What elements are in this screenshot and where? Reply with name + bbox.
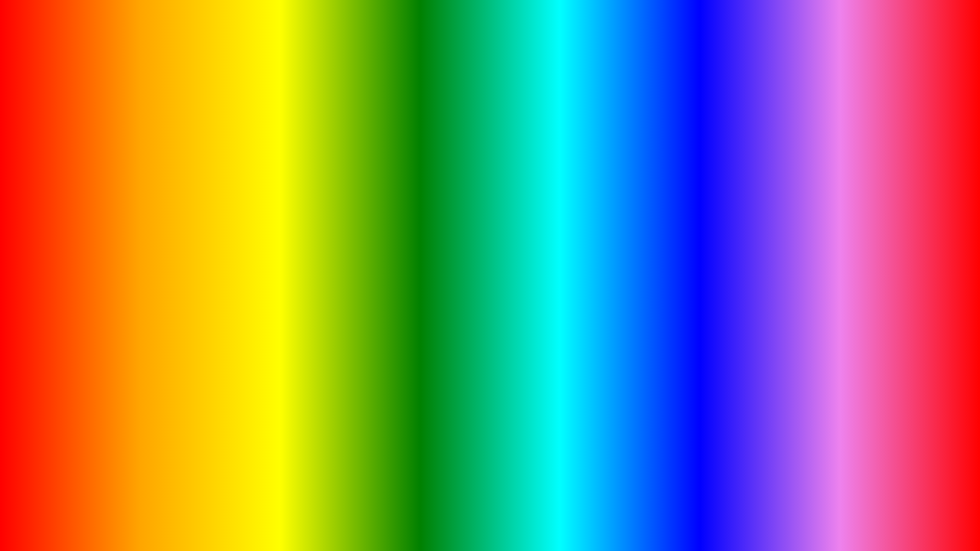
driving-panel-header: Driving Simulator [Bet - ✕ (137, 25, 247, 37)
shop-button[interactable]: 🛒 SHOP (921, 254, 971, 292)
char-freeze-local[interactable]: Freeze LocalPlayer (333, 39, 433, 51)
miles-value: 49.8 Mi (34, 445, 61, 455)
driving-only-wheels[interactable]: Only Wheels (140, 112, 243, 124)
driving-freeze-vehicle[interactable]: Freeze Vehicle (140, 99, 243, 112)
driving-downtown[interactable]: Downtown Race (140, 377, 243, 390)
driving-start-countdown[interactable]: startCountdown (140, 390, 243, 402)
autofarm-title: [NEW] Autofarm - (37, 28, 94, 35)
garage-close-btn[interactable]: ✕ (322, 27, 328, 35)
driving-rainbow-vehicle[interactable]: Rainbow Vehicle (140, 161, 243, 174)
shop-label: SHOP (937, 279, 955, 286)
driving-city-roundabout[interactable]: City Roundabout (140, 427, 243, 439)
driving-minimal-collision[interactable]: Minimal Collision (140, 149, 243, 161)
driving-best-settings[interactable]: Best Settings (140, 51, 243, 63)
driving-min-players[interactable]: minPlayers (140, 340, 243, 352)
autofarm-antiafk[interactable]: Anti-AFK (36, 75, 136, 87)
char-legs (446, 393, 489, 431)
driving-select-vehicle-row: (Select Vehicle) (140, 88, 243, 99)
driving-laps[interactable]: laps (140, 315, 243, 328)
driving-into-mountain[interactable]: IntoTheMountain (140, 439, 243, 452)
character (437, 294, 498, 432)
driving-select-vehicle[interactable]: (Select Vehicle) (142, 89, 203, 99)
garage-primary-num-input[interactable] (296, 64, 327, 73)
garage-icon: 🏠 (925, 219, 967, 237)
garage-primary-num-row: Primary (237, 63, 328, 74)
autofarm-autohold[interactable]: Auto-Hold W (36, 63, 136, 75)
driving-entering-car[interactable]: EnteringCar (140, 124, 243, 136)
new-badge-container: NEW (611, 11, 744, 75)
lighthouse-top (705, 335, 733, 349)
garage-button[interactable]: 🏠 GARAGE (921, 214, 971, 251)
driving-title: Driving Simulator [Bet (141, 28, 214, 35)
autofarm-panel: [NEW] Autofarm - ✕ -Autofarm- Basic Auto… (32, 24, 139, 90)
driving-cars-section: -cars- (140, 201, 243, 213)
garage-primary-num-label: Primary (238, 64, 263, 73)
spawn-icon: 🚗 (925, 178, 967, 197)
driving-northern-rally[interactable]: NorthernRally (140, 290, 243, 302)
driving-earnings[interactable]: earningsMultiplier (140, 415, 243, 427)
turningglobe-branding: TURNINGGLOBE (20, 505, 253, 537)
character-min-btn[interactable]: - (418, 27, 420, 35)
char-noclip[interactable]: Noclip [N] (333, 51, 433, 64)
garage-secondary-num-label: Secondary (238, 100, 273, 109)
driving-vehicle-speed[interactable]: Vehicle Speed Boost (140, 75, 243, 87)
driving-rainbow-speed[interactable]: Rainbow Speed 0 (140, 174, 243, 186)
char-jumppower[interactable]: JumpPower (333, 89, 433, 101)
char-reset-jumppower[interactable]: Reset JumpPower (333, 101, 433, 113)
garage-secondary-input[interactable] (238, 75, 327, 85)
garage-primary-input[interactable] (238, 40, 327, 50)
money-badge: $3,215 (9, 461, 86, 478)
driving-area51[interactable]: Area51QuarterMile (140, 352, 243, 364)
garage-secondary-label: Secondary Rainbow S-S (237, 86, 328, 98)
garage-title: Garage - (237, 28, 266, 35)
autofarm-close-btn[interactable]: ✕ (129, 27, 135, 35)
features-container: +INFINITE MONEY +INFINITE MILES +AUTO-FA… (709, 397, 922, 485)
lb-money-1: $408,876 (59, 17, 86, 24)
driving-price[interactable]: Price (140, 213, 243, 225)
music-button[interactable]: 🎵 (921, 295, 971, 325)
new-badge-text: NEW (611, 11, 744, 75)
driving-braking[interactable]: Braking (140, 250, 243, 262)
driving-placeholder: -(Place Holder)- (140, 39, 243, 51)
driving-around-world[interactable]: AroundTheWorld (140, 328, 243, 340)
driving-leaving-car[interactable]: LeavingCar (140, 136, 243, 148)
driving-boost-power[interactable]: Boost Power (140, 63, 243, 75)
driving-acceleration[interactable]: Acceleration (140, 238, 243, 250)
lb-name-1: pavel_krasavchi (8, 17, 55, 24)
driving-wall-of-death[interactable]: WallOfDeath (140, 402, 243, 414)
driving-handling[interactable]: Handling (140, 262, 243, 275)
driving-min-btn[interactable]: - (229, 27, 231, 35)
char-walkspeed[interactable]: WalkSpeed (333, 64, 433, 77)
char-head (451, 309, 485, 343)
leaderboard-header: TurningGlobe $3,215 49 (5, 5, 103, 15)
feature-1: +INFINITE MONEY (709, 397, 922, 426)
money-value: $3,215 (16, 465, 44, 475)
shop-icon: 🛒 (925, 259, 967, 278)
character-close-btn[interactable]: ✕ (426, 27, 432, 35)
garage-secondary-num-input[interactable] (296, 99, 327, 109)
driving-dock-quarter[interactable]: DockQuarterMile (140, 302, 243, 315)
speedometer-icon: 🔄 (16, 444, 29, 456)
lb-name-4: asashat (8, 49, 31, 57)
feature-3: +AUTO-FARM (709, 456, 922, 485)
autofarm-section: -Autofarm- (36, 39, 136, 51)
driving-maxspeed[interactable]: MaxSpeed (140, 225, 243, 237)
character-cheats-title: Character Cheats- (334, 28, 394, 35)
spawn-button[interactable]: 🚗 SPAWN (921, 173, 971, 210)
garage-primary-value-row (237, 39, 328, 51)
garage-min-btn[interactable]: - (314, 27, 316, 35)
lb-col-money: $3,215 (60, 7, 78, 14)
red-arrow (230, 127, 422, 418)
autofarm-basic[interactable]: Basic Autofarm [BETA] (36, 51, 136, 63)
main-title-line1: NEW DRIVING SIM (541, 73, 933, 118)
autofarm-panel-header: [NEW] Autofarm - ✕ (33, 25, 139, 37)
game-background: [NEW] Autofarm - ✕ -Autofarm- Basic Auto… (5, 5, 975, 546)
right-buttons-container: 🚗 SPAWN 🏠 GARAGE 🛒 SHOP 🎵 (921, 173, 971, 325)
driving-races-section: -races- (140, 279, 243, 290)
garage-rim-input[interactable] (238, 111, 327, 121)
char-reset-walkspeed[interactable]: Reset WalkSpeed (333, 77, 433, 89)
char-hipheight[interactable]: HipHeight (333, 114, 433, 126)
garage-rim-value-row (237, 110, 328, 122)
driving-select-vehicle2[interactable]: (Select Vehicle) (142, 187, 203, 197)
driving-max-time[interactable]: maxTimePerLap (140, 365, 243, 377)
